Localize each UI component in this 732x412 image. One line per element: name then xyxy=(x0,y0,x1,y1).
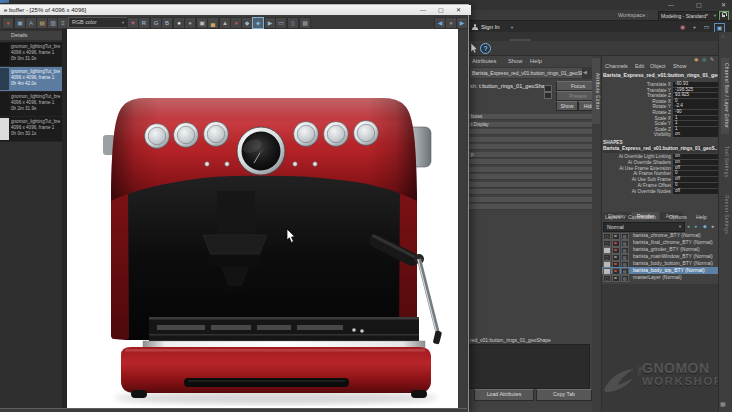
signin-button[interactable]: Sign In xyxy=(481,24,500,30)
le-menu-contribution[interactable]: Contribution xyxy=(628,214,656,220)
channel-row: Ai Override Light Linkingon xyxy=(602,154,719,159)
layer-row[interactable]: ▢▨barista_final_chrome_BTY (Normal) xyxy=(602,239,719,246)
vertical-tab-channel-box[interactable]: Channel Box / Layer Editor xyxy=(721,58,729,134)
ae-section-bar[interactable] xyxy=(468,189,593,195)
ae-section-bar[interactable]: t Display xyxy=(468,122,593,128)
ae-section-bar[interactable] xyxy=(468,182,593,188)
blue-channel-icon[interactable]: B xyxy=(161,17,173,29)
le-menu-layers[interactable]: Layers xyxy=(605,214,621,220)
select-tool-cursor-icon xyxy=(470,43,478,53)
color-corrections-icon[interactable]: ◈ xyxy=(252,17,264,29)
single-pane-icon[interactable]: ▭ xyxy=(702,23,711,31)
ae-node-tab[interactable]: Barista_Express_red_v01:button_rings_01_… xyxy=(470,68,582,78)
shape-node-header[interactable]: Barista_Express_red_v01:button_rings_01_… xyxy=(603,146,717,153)
new-layer-selected-icon[interactable]: ◆ xyxy=(703,223,707,229)
ae-section-bar[interactable] xyxy=(468,137,593,143)
ae-section-bar[interactable] xyxy=(468,197,593,203)
new-layer-icon[interactable]: ▸ xyxy=(695,223,698,229)
le-menu-help[interactable]: Help xyxy=(696,214,707,220)
maya-maximize-button[interactable]: ▢ xyxy=(696,2,702,8)
load-attributes-button[interactable]: Load Attributes xyxy=(474,389,534,401)
ae-node-name-row: sh: t:button_rings_01_geoShape xyxy=(470,83,551,89)
compare-horizontal-icon[interactable]: ▭ xyxy=(275,17,287,29)
layer-render-toggle[interactable] xyxy=(612,275,620,283)
vfb-minimize-button[interactable]: — xyxy=(420,7,426,14)
vertical-tab-tool-settings[interactable]: Tool Settings xyxy=(721,140,729,184)
vfb-title-bar[interactable]: e buffer - [25% of 4096 x 4096] — ▢ ✕ xyxy=(0,5,471,15)
ae-swatch2-icon[interactable] xyxy=(544,92,552,99)
move-layer-icon[interactable]: ● xyxy=(711,223,714,229)
channel-value-field[interactable]: 93.925 xyxy=(673,93,718,98)
ae-section-bar[interactable] xyxy=(468,129,593,135)
pressure-gauge xyxy=(237,127,285,175)
layer-row[interactable]: ▢▨barista_mainWindow_BTY (Normal) xyxy=(602,253,719,260)
history-entry[interactable]: gnomon_lightingTut_bre 4096 x 4096, fram… xyxy=(0,92,62,117)
vfb-maximize-button[interactable]: ▢ xyxy=(438,7,444,14)
new-empty-layer-icon[interactable]: ◂ xyxy=(687,223,690,229)
ae-menu-help[interactable]: Help xyxy=(530,58,542,64)
cb-menu-object[interactable]: Object xyxy=(650,63,666,69)
load-image-icon[interactable]: ▄ xyxy=(207,17,219,29)
ae-node-name-field[interactable]: t:button_rings_01_geoShape xyxy=(479,83,551,89)
channel-select-dropdown[interactable]: RGB color▼ xyxy=(68,17,128,28)
vertical-tab-render-settings[interactable]: Render Settings xyxy=(721,188,729,240)
layer-row[interactable]: ▨barista_grinder_BTY (Normal) xyxy=(602,246,719,253)
ae-menu-attributes[interactable]: Attributes xyxy=(472,58,497,64)
resize-grip-icon[interactable]: ▦ xyxy=(720,400,726,407)
compare-vertical-icon[interactable]: ▯ xyxy=(287,17,299,29)
history-thumbnail xyxy=(0,93,9,115)
layer-visibility-toggle[interactable]: ▢ xyxy=(603,275,611,283)
maya-close-button[interactable]: ✕ xyxy=(721,2,726,8)
chevron-down-icon: ▼ xyxy=(713,12,717,20)
vfb-close-button[interactable]: ✕ xyxy=(456,7,461,14)
next-image-icon[interactable]: ▶ xyxy=(456,17,468,29)
render-last-icon[interactable]: ● xyxy=(2,17,14,29)
le-menu-options[interactable]: Options xyxy=(669,214,687,220)
ae-section-bar[interactable] xyxy=(468,174,593,180)
channel-value-field[interactable]: off xyxy=(673,166,718,171)
history-entry-selected[interactable]: gnomon_lightingTut_bre 4096 x 4096, fram… xyxy=(0,67,62,92)
ae-menu-show[interactable]: Show xyxy=(508,58,523,64)
layer-row[interactable]: ▢▨masterLayer (Normal) xyxy=(602,274,719,281)
object-sphere-icon[interactable]: ◎ xyxy=(702,56,706,62)
notes-textarea[interactable] xyxy=(468,344,590,389)
channel-value-field[interactable]: off xyxy=(673,177,718,182)
character-set-icon[interactable]: ◉ xyxy=(694,56,698,62)
ae-section-bar[interactable] xyxy=(468,167,593,173)
alpha-channel-icon[interactable]: ● xyxy=(184,17,196,29)
channel-value-field[interactable]: off xyxy=(673,189,718,194)
layer-row[interactable]: ▢▨barista_chrome_BTY (Normal) xyxy=(602,232,719,239)
vray-help-icon[interactable]: ? xyxy=(480,43,491,54)
blend-mode-dropdown[interactable]: Normal▼ xyxy=(603,222,685,232)
shelf-row: ? xyxy=(468,41,732,55)
ae-section-bar[interactable] xyxy=(468,159,593,165)
ae-section-bar[interactable] xyxy=(468,204,593,210)
duplicate-buffer-icon[interactable]: ▩ xyxy=(299,17,311,29)
history-entry[interactable]: gnomon_lightingTut_bre 4096 x 4096, fram… xyxy=(0,42,62,67)
attribute-editor-vertical-tab[interactable]: Attribute Editor xyxy=(592,58,600,124)
edit-pencil-icon[interactable]: ✎ xyxy=(710,56,714,62)
history-entry[interactable]: gnomon_lightingTut_bre 4096 x 4096, fram… xyxy=(0,117,62,142)
add-panel-icon[interactable]: + xyxy=(690,23,699,31)
maya-minimize-button[interactable]: — xyxy=(668,2,674,8)
channel-value-field[interactable]: 1 xyxy=(673,121,718,126)
layer-row-selected[interactable]: ▨barista_body_top_BTY (Normal) xyxy=(602,267,719,274)
cb-menu-show[interactable]: Show xyxy=(673,63,687,69)
channel-value-field[interactable]: on xyxy=(673,132,718,137)
ae-swatch-icon[interactable] xyxy=(544,85,552,92)
show-button[interactable]: Show xyxy=(556,101,578,111)
ae-section-bar[interactable]: p xyxy=(468,152,593,158)
snap-magnet-icon[interactable]: ◉ xyxy=(678,23,687,31)
dock-collapse-icon[interactable]: ≡ xyxy=(722,34,724,39)
red-channel-icon[interactable]: R xyxy=(138,17,150,29)
cb-menu-edit[interactable]: Edit xyxy=(635,63,644,69)
layer-row[interactable]: ▨barista_body_bottom_BTY (Normal) xyxy=(602,260,719,267)
workspace-lock-icon[interactable] xyxy=(719,11,729,21)
channel-value-field[interactable]: -90 xyxy=(673,110,718,115)
channel-value-field[interactable]: 1 xyxy=(673,116,718,121)
cb-menu-channels[interactable]: Channels xyxy=(605,63,628,69)
copy-tab-button[interactable]: Copy Tab xyxy=(536,389,592,401)
ae-section-bar[interactable] xyxy=(468,144,593,150)
channel-value-field[interactable]: on xyxy=(673,160,718,165)
ae-section-bar[interactable]: butes xyxy=(468,114,593,120)
